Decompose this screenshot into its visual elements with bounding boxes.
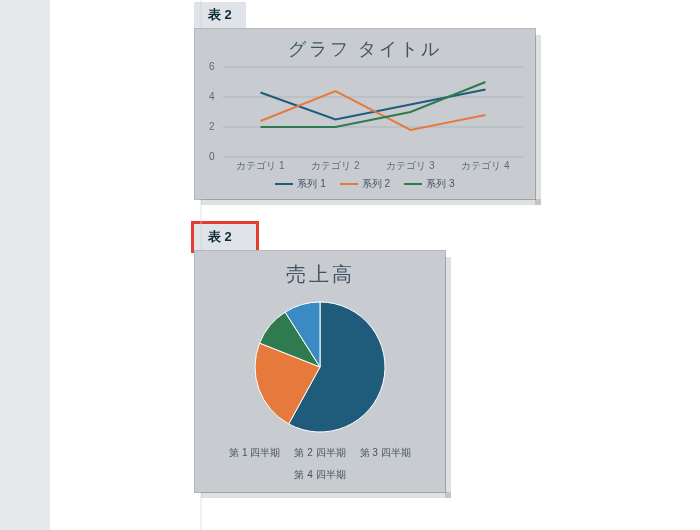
pie-legend-label-4: 第 4 四半期 xyxy=(294,469,345,480)
legend-label-2: 系列 2 xyxy=(362,177,390,191)
pie-legend-item-3: 第 3 四半期 xyxy=(360,446,411,460)
pie-chart-title: 売上高 xyxy=(195,251,445,292)
line-chart-title: グラフ タイトル xyxy=(195,29,535,63)
cat-4: カテゴリ 4 xyxy=(448,159,523,173)
pie-chart-svg xyxy=(195,292,445,442)
ytick-6: 6 xyxy=(209,61,215,72)
line-chart-plot: 6 4 2 0 カテゴリ 1 カテゴリ 2 カテゴリ 3 カテゴリ 4 xyxy=(223,63,523,173)
cat-3: カテゴリ 3 xyxy=(373,159,448,173)
pie-legend-item-2: 第 2 四半期 xyxy=(294,446,345,460)
legend-label-1: 系列 1 xyxy=(297,177,325,191)
figure-caption-2[interactable]: 表 2 xyxy=(194,224,256,250)
legend-item-1: 系列 1 xyxy=(275,177,325,191)
pie-legend-label-3: 第 3 四半期 xyxy=(360,447,411,458)
pie-legend-label-2: 第 2 四半期 xyxy=(294,447,345,458)
line-chart-svg xyxy=(223,63,523,173)
cat-1: カテゴリ 1 xyxy=(223,159,298,173)
pie-legend-item-1: 第 1 四半期 xyxy=(229,446,280,460)
caption-text-2: 表 2 xyxy=(202,226,238,248)
ytick-0: 0 xyxy=(209,151,215,162)
pie-legend-item-4: 第 4 四半期 xyxy=(294,468,345,482)
pie-legend-label-1: 第 1 四半期 xyxy=(229,447,280,458)
caption-text-1: 表 2 xyxy=(202,4,238,26)
pie-chart-plot xyxy=(195,292,445,442)
ytick-2: 2 xyxy=(209,121,215,132)
pie-chart-panel[interactable]: 売上高 第 1 四半期 第 2 四半期 第 3 四半期 第 4 四半期 xyxy=(194,250,446,493)
ytick-4: 4 xyxy=(209,91,215,102)
legend-label-3: 系列 3 xyxy=(426,177,454,191)
page: 表 2 グラフ タイトル 6 4 2 0 カテゴリ 1 カテゴリ 2 カテゴリ … xyxy=(0,0,700,530)
document-area: 表 2 グラフ タイトル 6 4 2 0 カテゴリ 1 カテゴリ 2 カテゴリ … xyxy=(54,0,700,530)
legend-swatch-3 xyxy=(404,183,422,185)
left-gutter xyxy=(0,0,54,530)
legend-swatch-2 xyxy=(340,183,358,185)
line-chart-panel[interactable]: グラフ タイトル 6 4 2 0 カテゴリ 1 カテゴリ 2 カテゴリ 3 カテ… xyxy=(194,28,536,200)
legend-item-2: 系列 2 xyxy=(340,177,390,191)
pie-chart-legend: 第 1 四半期 第 2 四半期 第 3 四半期 第 4 四半期 xyxy=(195,442,445,492)
legend-item-3: 系列 3 xyxy=(404,177,454,191)
legend-swatch-1 xyxy=(275,183,293,185)
cat-2: カテゴリ 2 xyxy=(298,159,373,173)
line-chart-legend: 系列 1 系列 2 系列 3 xyxy=(195,173,535,199)
